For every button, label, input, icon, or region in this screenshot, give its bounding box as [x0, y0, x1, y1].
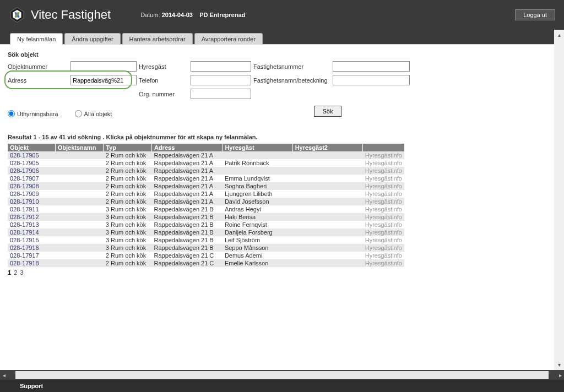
label-adress: Adress [8, 77, 68, 84]
hyresgastinfo-link[interactable]: Hyresgästinfo [365, 221, 402, 228]
th-objektsnamn: Objektsnamn [55, 144, 104, 151]
hyresgastinfo-link[interactable]: Hyresgästinfo [365, 175, 402, 182]
pagination: 1 2 3 [8, 269, 546, 276]
table-row: 028-179182 Rum och kökRappedalsvägen 21 … [8, 259, 404, 267]
header-meta: Datum: 2014-04-03 PD Entreprenad [140, 12, 245, 18]
input-adress[interactable] [70, 75, 137, 85]
objekt-link[interactable]: 028-17906 [10, 167, 39, 174]
th-hyresgast2: Hyresgäst2 [292, 144, 363, 151]
hyresgastinfo-link[interactable]: Hyresgästinfo [365, 244, 402, 251]
objekt-link[interactable]: 028-17909 [10, 190, 39, 197]
scroll-left-icon[interactable]: ◂ [0, 372, 8, 378]
input-fastighetsnummer[interactable] [333, 61, 410, 72]
hyresgastinfo-link[interactable]: Hyresgästinfo [365, 229, 402, 236]
objekt-link[interactable]: 028-17905 [10, 152, 39, 159]
scroll-down-icon[interactable]: ▾ [558, 362, 561, 368]
table-row: 028-179062 Rum och kökRappedalsvägen 21 … [8, 167, 404, 175]
page-3[interactable]: 3 [20, 269, 23, 276]
objekt-link[interactable]: 028-17908 [10, 183, 39, 189]
objekt-link[interactable]: 028-17912 [10, 214, 39, 220]
objekt-link[interactable]: 028-17917 [10, 252, 39, 259]
input-fastighetsnamn[interactable] [333, 75, 410, 85]
search-section-title: Sök objekt [8, 51, 546, 58]
table-row: 028-179072 Rum och kökRappedalsvägen 21 … [8, 175, 404, 182]
label-orgnummer: Org. nummer [139, 91, 188, 97]
radio-uthyrningsbara[interactable]: Uthyrningsbara [8, 110, 58, 117]
table-row: 028-179052 Rum och kökRappedalsvägen 21 … [8, 159, 404, 167]
logout-button[interactable]: Logga ut [515, 9, 555, 20]
tab-ny-felanmalan[interactable]: Ny felanmälan [10, 33, 63, 45]
input-objektnummer[interactable] [70, 61, 137, 72]
vertical-scrollbar[interactable]: ▴ ▾ [554, 30, 564, 370]
table-row: 028-179092 Rum och kökRappedalsvägen 21 … [8, 190, 404, 198]
tab-andra-uppgifter[interactable]: Ändra uppgifter [64, 33, 120, 45]
scroll-up-icon[interactable]: ▴ [558, 32, 561, 38]
table-row: 028-179113 Rum och kökRappedalsvägen 21 … [8, 205, 404, 213]
tab-hantera-arbetsordrar[interactable]: Hantera arbetsordrar [122, 33, 193, 45]
table-row: 028-179143 Rum och kökRappedalsvägen 21 … [8, 228, 404, 236]
input-telefon[interactable] [191, 75, 251, 85]
logo-icon [9, 7, 25, 23]
page-1: 1 [8, 269, 11, 276]
input-hyresgast[interactable] [191, 61, 251, 72]
th-hyresgast: Hyresgäst [223, 144, 292, 151]
table-row: 028-179052 Rum och kökRappedalsvägen 21 … [8, 151, 404, 159]
radio-alla-objekt[interactable]: Alla objekt [75, 110, 112, 117]
hyresgastinfo-link[interactable]: Hyresgästinfo [365, 152, 402, 159]
table-row: 028-179153 Rum och kökRappedalsvägen 21 … [8, 236, 404, 244]
search-button[interactable]: Sök [314, 106, 341, 117]
hyresgastinfo-link[interactable]: Hyresgästinfo [365, 167, 402, 174]
table-row: 028-179133 Rum och kökRappedalsvägen 21 … [8, 221, 404, 228]
objekt-link[interactable]: 028-17918 [10, 260, 39, 266]
horizontal-scrollbar[interactable]: ◂ ▸ [0, 370, 564, 380]
table-row: 028-179123 Rum och kökRappedalsvägen 21 … [8, 213, 404, 221]
footer-support[interactable]: Support [0, 380, 564, 392]
label-objektnummer: Objektnummer [8, 63, 68, 70]
tabs: Ny felanmälan Ändra uppgifter Hantera ar… [0, 30, 554, 44]
hyresgastinfo-link[interactable]: Hyresgästinfo [365, 260, 402, 266]
table-row: 028-179102 Rum och kökRappedalsvägen 21 … [8, 198, 404, 205]
scroll-right-icon[interactable]: ▸ [556, 372, 564, 378]
hyresgastinfo-link[interactable]: Hyresgästinfo [365, 183, 402, 189]
hyresgastinfo-link[interactable]: Hyresgästinfo [365, 237, 402, 243]
table-row: 028-179163 Rum och kökRappedalsvägen 21 … [8, 244, 404, 252]
input-orgnummer[interactable] [191, 89, 251, 99]
label-telefon: Telefon [139, 77, 188, 84]
objekt-link[interactable]: 028-17907 [10, 175, 39, 182]
objekt-link[interactable]: 028-17905 [10, 160, 39, 166]
label-hyresgast: Hyresgäst [139, 63, 188, 70]
hyresgastinfo-link[interactable]: Hyresgästinfo [365, 190, 402, 197]
result-summary: Resultat 1 - 15 av 41 vid sökning . Klic… [8, 134, 546, 140]
hyresgastinfo-link[interactable]: Hyresgästinfo [365, 252, 402, 259]
objekt-link[interactable]: 028-17915 [10, 237, 39, 243]
objekt-link[interactable]: 028-17910 [10, 198, 39, 205]
label-fastighetsnamn: Fastighetsnamn/beteckning [253, 77, 330, 84]
hyresgastinfo-link[interactable]: Hyresgästinfo [365, 160, 402, 166]
hyresgastinfo-link[interactable]: Hyresgästinfo [365, 206, 402, 213]
hyresgastinfo-link[interactable]: Hyresgästinfo [365, 198, 402, 205]
table-row: 028-179082 Rum och kökRappedalsvägen 21 … [8, 182, 404, 190]
th-adress: Adress [151, 144, 222, 151]
table-row: 028-179172 Rum och kökRappedalsvägen 21 … [8, 252, 404, 259]
tab-avrapportera-ronder[interactable]: Avrapportera ronder [194, 33, 263, 45]
hyresgastinfo-link[interactable]: Hyresgästinfo [365, 214, 402, 220]
results-table: Objekt Objektsnamn Typ Adress Hyresgäst … [8, 144, 404, 267]
objekt-link[interactable]: 028-17911 [10, 206, 39, 213]
objekt-link[interactable]: 028-17913 [10, 221, 39, 228]
objekt-link[interactable]: 028-17914 [10, 229, 39, 236]
th-objekt: Objekt [8, 144, 55, 151]
objekt-link[interactable]: 028-17916 [10, 244, 39, 251]
brand-title: Vitec Fastighet [31, 8, 111, 22]
page-2[interactable]: 2 [14, 269, 17, 276]
label-fastighetsnummer: Fastighetsnummer [253, 63, 330, 70]
th-info [363, 144, 404, 151]
th-typ: Typ [104, 144, 152, 151]
